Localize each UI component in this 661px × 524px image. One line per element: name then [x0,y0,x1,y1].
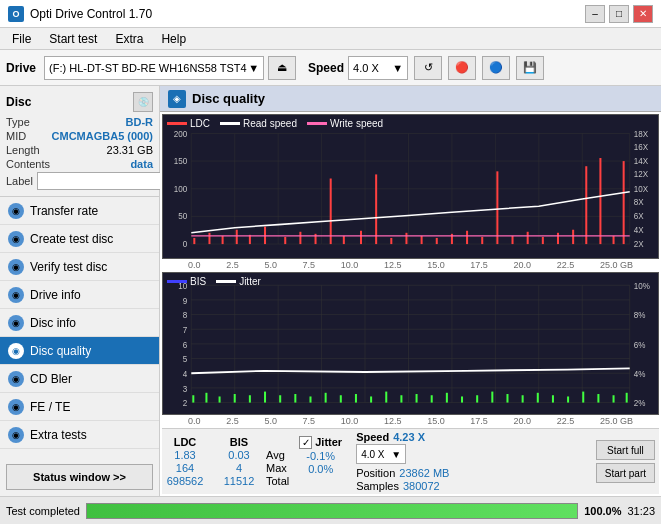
svg-text:4X: 4X [634,226,644,235]
progress-label: 100.0% [584,505,621,517]
type-value: BD-R [126,116,154,128]
drive-selector[interactable]: (F:) HL-DT-ST BD-RE WH16NS58 TST4 ▼ [44,56,264,80]
svg-text:7: 7 [183,325,188,336]
nav-disc-info-label: Disc info [30,316,76,330]
svg-rect-104 [309,397,311,403]
verify-test-icon: ◉ [8,259,24,275]
content-icon: ◈ [168,90,186,108]
read-speed-label: Read speed [243,118,297,129]
sidebar: Disc 💿 Type BD-R MID CMCMAGBA5 (000) Len… [0,86,160,496]
content-title: Disc quality [192,91,265,106]
speed-selector[interactable]: 4.0 X ▼ [348,56,408,80]
bis-avg: 0.03 [220,449,258,461]
status-window-label: Status window >> [33,471,126,483]
eject-button[interactable]: ⏏ [268,56,296,80]
menu-file[interactable]: File [4,30,39,48]
nav-drive-info-label: Drive info [30,288,81,302]
settings-button2[interactable]: 🔵 [482,56,510,80]
svg-rect-103 [294,394,296,403]
svg-rect-38 [299,232,301,244]
svg-rect-112 [431,396,433,403]
nav-extra-tests[interactable]: ◉ Extra tests [0,421,159,449]
start-part-button[interactable]: Start part [596,463,655,483]
svg-text:200: 200 [174,129,188,138]
save-button[interactable]: 💾 [516,56,544,80]
svg-rect-116 [491,392,493,403]
minimize-button[interactable]: – [585,5,605,23]
svg-rect-113 [446,393,448,403]
bis-color [167,280,187,283]
drive-info-icon: ◉ [8,287,24,303]
jitter-checkbox[interactable]: ✓ [299,436,312,449]
speed-current: 4.23 X [393,431,425,443]
svg-text:2: 2 [183,398,188,409]
bis-chart-wrapper: BIS Jitter [162,272,659,426]
svg-rect-98 [219,397,221,403]
label-input[interactable] [37,172,170,190]
menu-extra[interactable]: Extra [107,30,151,48]
ldc-total: 698562 [166,475,204,487]
svg-text:6X: 6X [634,212,644,221]
status-window-button[interactable]: Status window >> [6,464,153,490]
samples-row: Samples 380072 [356,480,449,492]
nav-disc-info[interactable]: ◉ Disc info [0,309,159,337]
svg-rect-106 [340,396,342,403]
fe-te-icon: ◉ [8,399,24,415]
nav-transfer-rate[interactable]: ◉ Transfer rate [0,197,159,225]
disc-section: Disc 💿 Type BD-R MID CMCMAGBA5 (000) Len… [0,86,159,197]
nav-cd-bler[interactable]: ◉ CD Bler [0,365,159,393]
close-button[interactable]: ✕ [633,5,653,23]
jitter-max: 0.0% [299,463,342,475]
write-speed-color [307,122,327,125]
svg-text:4: 4 [183,369,188,380]
svg-rect-47 [436,238,438,244]
elapsed-time: 31:23 [627,505,655,517]
title-bar: O Opti Drive Control 1.70 – □ ✕ [0,0,661,28]
write-speed-legend-item: Write speed [307,118,383,129]
speed-dropdown-arrow: ▼ [392,62,403,74]
nav-fe-te-label: FE / TE [30,400,70,414]
nav-disc-quality[interactable]: ◉ Disc quality [0,337,159,365]
window-controls: – □ ✕ [585,5,653,23]
cd-bler-icon: ◉ [8,371,24,387]
read-speed-color [220,122,240,125]
speed-label: Speed [308,61,344,75]
menu-start-test[interactable]: Start test [41,30,105,48]
start-full-button[interactable]: Start full [596,440,655,460]
svg-rect-32 [208,233,210,244]
svg-rect-110 [400,396,402,403]
svg-rect-57 [585,166,587,244]
bis-header: BIS [220,436,258,448]
refresh-button[interactable]: ↺ [414,56,442,80]
svg-rect-53 [527,232,529,244]
svg-rect-33 [222,236,224,244]
menu-help[interactable]: Help [153,30,194,48]
svg-text:50: 50 [178,212,187,221]
nav-create-test-disc[interactable]: ◉ Create test disc [0,225,159,253]
svg-rect-123 [597,394,599,403]
svg-rect-52 [512,236,514,244]
disc-quality-icon: ◉ [8,343,24,359]
svg-rect-101 [264,392,266,403]
ldc-label: LDC [190,118,210,129]
ldc-x-labels: 0.0 2.5 5.0 7.5 10.0 12.5 15.0 17.5 20.0… [162,260,659,270]
nav-drive-info[interactable]: ◉ Drive info [0,281,159,309]
mid-value: CMCMAGBA5 (000) [52,130,153,142]
jitter-avg: -0.1% [299,450,342,462]
settings-button1[interactable]: 🔴 [448,56,476,80]
nav-fe-te[interactable]: ◉ FE / TE [0,393,159,421]
svg-rect-97 [205,393,207,403]
nav-verify-test-disc[interactable]: ◉ Verify test disc [0,253,159,281]
nav-transfer-rate-label: Transfer rate [30,204,98,218]
status-text: Test completed [6,505,80,517]
speed-value: 4.0 X [353,62,379,74]
bis-label: BIS [190,276,206,287]
jitter-col-header: Jitter [315,436,342,448]
contents-value: data [130,158,153,170]
speed-dropdown-stats[interactable]: 4.0 X ▼ [356,444,406,464]
maximize-button[interactable]: □ [609,5,629,23]
position-value: 23862 MB [399,467,449,479]
content-header: ◈ Disc quality [160,86,661,112]
svg-rect-50 [481,237,483,244]
mid-label: MID [6,130,26,142]
